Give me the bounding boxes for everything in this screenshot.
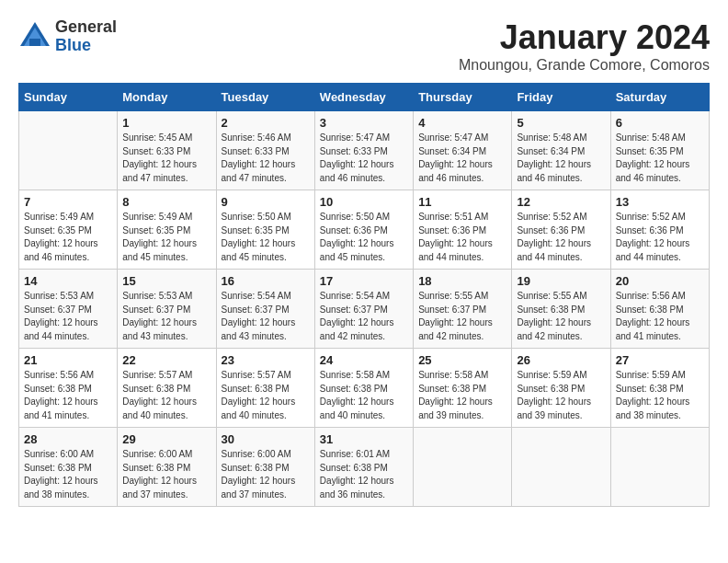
calendar-cell: 10Sunrise: 5:50 AMSunset: 6:36 PMDayligh…: [314, 190, 413, 270]
header-day-friday: Friday: [512, 84, 610, 111]
day-number: 10: [320, 195, 408, 209]
day-number: 26: [517, 353, 605, 367]
day-info: Sunrise: 6:00 AMSunset: 6:38 PMDaylight:…: [122, 448, 210, 501]
day-number: 30: [222, 432, 310, 446]
day-number: 13: [616, 195, 704, 209]
day-info: Sunrise: 5:59 AMSunset: 6:38 PMDaylight:…: [517, 369, 605, 422]
calendar-cell: 13Sunrise: 5:52 AMSunset: 6:36 PMDayligh…: [610, 190, 709, 270]
day-number: 8: [122, 195, 210, 209]
header-day-thursday: Thursday: [414, 84, 512, 111]
day-info: Sunrise: 5:48 AMSunset: 6:34 PMDaylight:…: [517, 132, 605, 185]
calendar-cell: 26Sunrise: 5:59 AMSunset: 6:38 PMDayligh…: [512, 349, 610, 428]
day-info: Sunrise: 6:00 AMSunset: 6:38 PMDaylight:…: [24, 448, 112, 501]
logo-general: General: [55, 18, 117, 37]
calendar-header-row: SundayMondayTuesdayWednesdayThursdayFrid…: [19, 84, 710, 111]
calendar-cell: 22Sunrise: 5:57 AMSunset: 6:38 PMDayligh…: [118, 349, 216, 428]
day-number: 14: [24, 274, 112, 288]
day-info: Sunrise: 5:50 AMSunset: 6:35 PMDaylight:…: [222, 211, 310, 264]
calendar-cell: [512, 428, 610, 507]
day-info: Sunrise: 5:47 AMSunset: 6:33 PMDaylight:…: [320, 132, 408, 185]
page-header: General Blue January 2024 Mnoungou, Gran…: [18, 18, 710, 74]
day-info: Sunrise: 5:58 AMSunset: 6:38 PMDaylight:…: [320, 369, 408, 422]
calendar-cell: [610, 428, 709, 507]
logo-blue: Blue: [55, 37, 117, 55]
day-number: 15: [122, 274, 210, 288]
header-day-monday: Monday: [118, 84, 216, 111]
month-title: January 2024: [459, 18, 710, 57]
day-number: 17: [320, 274, 408, 288]
calendar-cell: 15Sunrise: 5:53 AMSunset: 6:37 PMDayligh…: [118, 270, 216, 349]
day-number: 3: [320, 116, 408, 130]
calendar-cell: 30Sunrise: 6:00 AMSunset: 6:38 PMDayligh…: [216, 428, 314, 507]
day-number: 24: [320, 353, 408, 367]
day-number: 18: [418, 274, 506, 288]
day-info: Sunrise: 5:52 AMSunset: 6:36 PMDaylight:…: [616, 211, 704, 264]
day-info: Sunrise: 5:48 AMSunset: 6:35 PMDaylight:…: [616, 132, 704, 185]
day-number: 25: [418, 353, 506, 367]
calendar-cell: 27Sunrise: 5:59 AMSunset: 6:38 PMDayligh…: [610, 349, 709, 428]
calendar-table: SundayMondayTuesdayWednesdayThursdayFrid…: [18, 83, 710, 507]
day-number: 21: [24, 353, 112, 367]
calendar-cell: 18Sunrise: 5:55 AMSunset: 6:37 PMDayligh…: [414, 270, 512, 349]
day-number: 11: [418, 195, 506, 209]
day-number: 6: [616, 116, 704, 130]
logo-text: General Blue: [55, 18, 117, 55]
calendar-week-5: 28Sunrise: 6:00 AMSunset: 6:38 PMDayligh…: [19, 428, 710, 507]
day-number: 4: [418, 116, 506, 130]
calendar-cell: 7Sunrise: 5:49 AMSunset: 6:35 PMDaylight…: [19, 190, 118, 270]
header-day-saturday: Saturday: [610, 84, 709, 111]
calendar-cell: 31Sunrise: 6:01 AMSunset: 6:38 PMDayligh…: [314, 428, 413, 507]
svg-rect-2: [29, 39, 40, 46]
day-number: 22: [122, 353, 210, 367]
day-number: 2: [222, 116, 310, 130]
calendar-cell: 12Sunrise: 5:52 AMSunset: 6:36 PMDayligh…: [512, 190, 610, 270]
calendar-cell: 21Sunrise: 5:56 AMSunset: 6:38 PMDayligh…: [19, 349, 118, 428]
day-info: Sunrise: 5:52 AMSunset: 6:36 PMDaylight:…: [517, 211, 605, 264]
calendar-cell: 5Sunrise: 5:48 AMSunset: 6:34 PMDaylight…: [512, 111, 610, 190]
day-info: Sunrise: 5:46 AMSunset: 6:33 PMDaylight:…: [222, 132, 310, 185]
day-number: 9: [222, 195, 310, 209]
calendar-cell: 23Sunrise: 5:57 AMSunset: 6:38 PMDayligh…: [216, 349, 314, 428]
title-block: January 2024 Mnoungou, Grande Comore, Co…: [459, 18, 710, 74]
day-info: Sunrise: 5:57 AMSunset: 6:38 PMDaylight:…: [222, 369, 310, 422]
day-number: 7: [24, 195, 112, 209]
day-info: Sunrise: 5:45 AMSunset: 6:33 PMDaylight:…: [122, 132, 210, 185]
day-info: Sunrise: 5:57 AMSunset: 6:38 PMDaylight:…: [122, 369, 210, 422]
calendar-cell: 14Sunrise: 5:53 AMSunset: 6:37 PMDayligh…: [19, 270, 118, 349]
logo: General Blue: [18, 18, 117, 55]
day-info: Sunrise: 5:58 AMSunset: 6:38 PMDaylight:…: [418, 369, 506, 422]
calendar-week-1: 1Sunrise: 5:45 AMSunset: 6:33 PMDaylight…: [19, 111, 710, 190]
day-info: Sunrise: 5:50 AMSunset: 6:36 PMDaylight:…: [320, 211, 408, 264]
calendar-cell: 28Sunrise: 6:00 AMSunset: 6:38 PMDayligh…: [19, 428, 118, 507]
calendar-cell: [414, 428, 512, 507]
day-info: Sunrise: 5:54 AMSunset: 6:37 PMDaylight:…: [222, 290, 310, 343]
day-info: Sunrise: 5:51 AMSunset: 6:36 PMDaylight:…: [418, 211, 506, 264]
calendar-cell: 16Sunrise: 5:54 AMSunset: 6:37 PMDayligh…: [216, 270, 314, 349]
calendar-cell: 1Sunrise: 5:45 AMSunset: 6:33 PMDaylight…: [118, 111, 216, 190]
day-info: Sunrise: 5:49 AMSunset: 6:35 PMDaylight:…: [122, 211, 210, 264]
day-number: 23: [222, 353, 310, 367]
calendar-cell: 24Sunrise: 5:58 AMSunset: 6:38 PMDayligh…: [314, 349, 413, 428]
day-info: Sunrise: 5:47 AMSunset: 6:34 PMDaylight:…: [418, 132, 506, 185]
day-info: Sunrise: 5:56 AMSunset: 6:38 PMDaylight:…: [24, 369, 112, 422]
day-number: 12: [517, 195, 605, 209]
calendar-cell: 9Sunrise: 5:50 AMSunset: 6:35 PMDaylight…: [216, 190, 314, 270]
day-info: Sunrise: 5:56 AMSunset: 6:38 PMDaylight:…: [616, 290, 704, 343]
calendar-cell: 8Sunrise: 5:49 AMSunset: 6:35 PMDaylight…: [118, 190, 216, 270]
day-number: 29: [122, 432, 210, 446]
calendar-week-3: 14Sunrise: 5:53 AMSunset: 6:37 PMDayligh…: [19, 270, 710, 349]
calendar-cell: 11Sunrise: 5:51 AMSunset: 6:36 PMDayligh…: [414, 190, 512, 270]
calendar-cell: [19, 111, 118, 190]
day-info: Sunrise: 5:55 AMSunset: 6:38 PMDaylight:…: [517, 290, 605, 343]
day-info: Sunrise: 5:59 AMSunset: 6:38 PMDaylight:…: [616, 369, 704, 422]
day-number: 31: [320, 432, 408, 446]
calendar-cell: 20Sunrise: 5:56 AMSunset: 6:38 PMDayligh…: [610, 270, 709, 349]
day-number: 19: [517, 274, 605, 288]
day-info: Sunrise: 6:01 AMSunset: 6:38 PMDaylight:…: [320, 448, 408, 501]
day-info: Sunrise: 5:53 AMSunset: 6:37 PMDaylight:…: [122, 290, 210, 343]
calendar-cell: 4Sunrise: 5:47 AMSunset: 6:34 PMDaylight…: [414, 111, 512, 190]
header-day-sunday: Sunday: [19, 84, 118, 111]
calendar-week-4: 21Sunrise: 5:56 AMSunset: 6:38 PMDayligh…: [19, 349, 710, 428]
logo-icon: [18, 20, 51, 53]
calendar-cell: 6Sunrise: 5:48 AMSunset: 6:35 PMDaylight…: [610, 111, 709, 190]
